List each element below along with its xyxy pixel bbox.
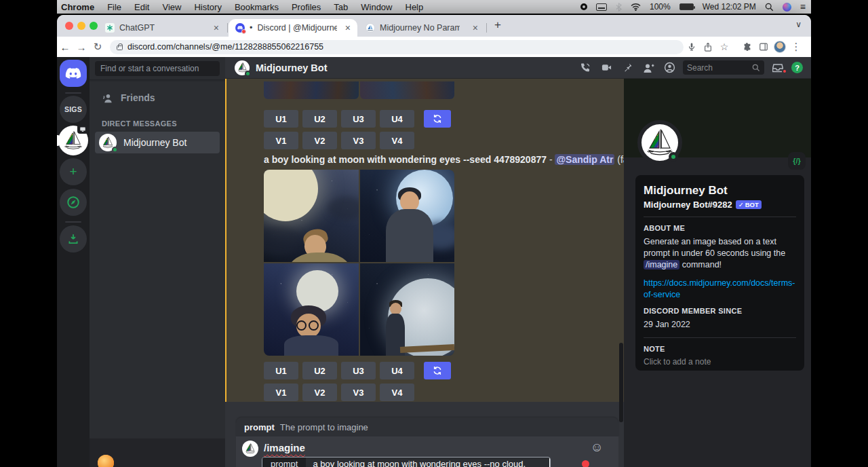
wifi-icon[interactable] xyxy=(631,3,641,11)
upscale-button-u1[interactable]: U1 xyxy=(264,362,298,379)
tab-midjourney[interactable]: Midjourney No Parameter × xyxy=(359,19,485,37)
midjourney-image-grid[interactable] xyxy=(264,170,454,356)
dm-section-header[interactable]: DIRECT MESSAGES xyxy=(102,119,177,128)
previous-grid-image-cropped[interactable] xyxy=(264,81,454,99)
menu-profiles[interactable]: Profiles xyxy=(292,2,321,12)
menubar-app-name[interactable]: Chrome xyxy=(61,2,94,12)
upscale-button-u2[interactable]: U2 xyxy=(302,362,337,379)
server-sigs[interactable]: SIGS xyxy=(60,96,87,123)
about-me-header: ABOUT ME xyxy=(644,224,796,232)
dm-sidebar: Find or start a conversation Friends DIR… xyxy=(90,57,225,467)
tab-close-icon[interactable]: × xyxy=(345,22,351,33)
menu-bookmarks[interactable]: Bookmarks xyxy=(235,2,279,12)
menu-file[interactable]: File xyxy=(107,2,121,12)
url-field[interactable]: discord.com/channels/@me/112828885506221… xyxy=(110,40,684,54)
menubar-clock[interactable]: Wed 12:02 PM xyxy=(703,2,756,12)
input-source-icon[interactable] xyxy=(596,3,607,11)
help-icon[interactable]: ? xyxy=(791,62,803,73)
variation-button-v1[interactable]: V1 xyxy=(264,132,298,149)
download-apps-button[interactable] xyxy=(60,225,87,253)
control-center-icon[interactable]: ≡ xyxy=(800,1,806,12)
bookmark-star-icon[interactable]: ☆ xyxy=(716,41,732,52)
battery-icon[interactable] xyxy=(679,3,694,10)
upscale-button-u1[interactable]: U1 xyxy=(264,110,298,128)
grid-image-4[interactable] xyxy=(360,263,455,356)
field-value[interactable]: a boy looking at moon with wondering eye… xyxy=(306,457,550,467)
upscale-button-u3[interactable]: U3 xyxy=(341,110,376,128)
grid-image-1[interactable] xyxy=(264,170,359,262)
zoom-window-button[interactable] xyxy=(90,22,98,30)
spotlight-search-icon[interactable] xyxy=(765,3,774,12)
chat-search-input[interactable]: Search xyxy=(683,60,764,75)
close-window-button[interactable] xyxy=(65,22,73,30)
menu-view[interactable]: View xyxy=(162,2,181,12)
dm-item-midjourney-bot[interactable]: Midjourney Bot xyxy=(95,132,220,153)
extensions-puzzle-icon[interactable] xyxy=(739,42,755,52)
upscale-button-u2[interactable]: U2 xyxy=(302,110,337,128)
new-tab-button[interactable]: + xyxy=(494,18,501,32)
voice-call-icon[interactable] xyxy=(578,62,593,73)
variation-button-v2[interactable]: V2 xyxy=(302,132,337,149)
pin-icon[interactable] xyxy=(620,62,635,73)
reroll-button[interactable] xyxy=(424,362,451,379)
slash-command-text[interactable]: /imagine xyxy=(264,442,305,453)
tab-chatgpt[interactable]: ChatGPT × xyxy=(98,19,226,37)
url-text[interactable]: discord.com/channels/@me/112828885506221… xyxy=(127,42,323,52)
reroll-button[interactable] xyxy=(424,110,451,128)
back-button[interactable]: ← xyxy=(57,41,73,53)
online-status-dot xyxy=(669,152,678,162)
sidebar-item-friends[interactable]: Friends xyxy=(95,88,220,107)
tab-close-icon[interactable]: × xyxy=(473,22,478,33)
tab-close-icon[interactable]: × xyxy=(214,22,219,33)
video-call-icon[interactable] xyxy=(599,62,614,73)
profile-avatar[interactable] xyxy=(772,41,788,53)
upscale-button-u4[interactable]: U4 xyxy=(380,362,414,379)
note-input-placeholder[interactable]: Click to add a note xyxy=(644,357,796,367)
variation-button-v1[interactable]: V1 xyxy=(264,384,298,401)
variation-button-v3[interactable]: V3 xyxy=(341,384,376,401)
grid-image-2[interactable] xyxy=(360,170,455,262)
browser-menu-icon[interactable]: ⋮ xyxy=(788,41,804,53)
upscale-button-u3[interactable]: U3 xyxy=(341,362,376,379)
variation-button-v3[interactable]: V3 xyxy=(341,132,376,149)
add-friend-icon[interactable] xyxy=(641,62,656,73)
slash-option-hint[interactable]: prompt The prompt to imagine xyxy=(236,417,618,436)
variation-button-v2[interactable]: V2 xyxy=(302,384,337,401)
forward-button[interactable]: → xyxy=(73,41,90,53)
message-composer[interactable]: /imagine ☺ prompt a boy looking at moon … xyxy=(236,436,618,467)
friends-label: Friends xyxy=(121,92,155,103)
side-panel-icon[interactable] xyxy=(755,42,772,52)
server-rail: SIGS + xyxy=(57,57,90,467)
bluetooth-icon[interactable] xyxy=(616,3,622,12)
current-user-avatar[interactable] xyxy=(98,455,114,467)
explore-servers-button[interactable] xyxy=(60,189,87,216)
user-mention[interactable]: @Sandip Atr xyxy=(555,154,614,165)
voice-search-icon[interactable] xyxy=(684,42,700,52)
reload-button[interactable]: ↻ xyxy=(90,41,106,53)
emoji-picker-icon[interactable]: ☺ xyxy=(591,440,604,455)
menu-tab[interactable]: Tab xyxy=(334,2,348,12)
variation-button-v4[interactable]: V4 xyxy=(380,132,414,149)
variation-button-v4[interactable]: V4 xyxy=(380,384,414,401)
tab-discord-active[interactable]: • Discord | @Midjourney Bot × xyxy=(229,19,357,37)
share-icon[interactable] xyxy=(700,42,716,52)
tab-search-chevron-icon[interactable]: ∨ xyxy=(795,20,802,29)
add-server-button[interactable]: + xyxy=(60,158,87,185)
user-profile-icon[interactable] xyxy=(662,62,677,73)
menu-edit[interactable]: Edit xyxy=(134,2,149,12)
menu-window[interactable]: Window xyxy=(361,2,392,12)
terms-link[interactable]: https://docs.midjourney.com/docs/terms-o… xyxy=(644,278,796,301)
grid-image-3[interactable] xyxy=(264,263,359,356)
discord-home-button[interactable] xyxy=(60,60,87,87)
siri-icon[interactable] xyxy=(783,3,791,12)
upscale-button-u4[interactable]: U4 xyxy=(380,110,414,128)
prompt-option-field[interactable]: prompt a boy looking at moon with wonder… xyxy=(262,457,551,467)
menu-history[interactable]: History xyxy=(194,2,221,12)
imagine-command-chip[interactable]: /imagine xyxy=(644,260,679,269)
minimize-window-button[interactable] xyxy=(77,22,85,30)
conversation-search-button[interactable]: Find or start a conversation xyxy=(95,61,220,76)
menu-help[interactable]: Help xyxy=(406,2,424,12)
screen-record-icon[interactable] xyxy=(580,3,587,10)
inbox-icon[interactable] xyxy=(770,62,785,73)
chat-scrollbar[interactable] xyxy=(619,343,623,422)
